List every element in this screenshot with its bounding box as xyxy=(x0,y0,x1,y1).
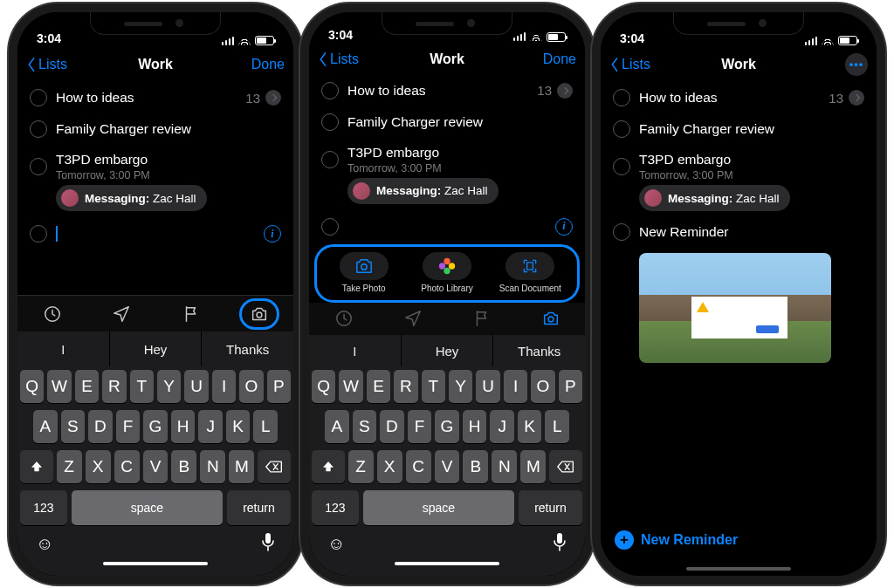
key-delete[interactable] xyxy=(258,450,291,483)
reminder-radio[interactable] xyxy=(30,120,47,138)
key-z[interactable]: Z xyxy=(348,450,374,483)
take-photo-action[interactable]: Take Photo xyxy=(326,252,402,293)
key-l[interactable]: L xyxy=(545,410,569,443)
photo-library-action[interactable]: Photo Library xyxy=(409,252,485,293)
key-x[interactable]: X xyxy=(86,450,111,483)
reminder-item[interactable]: Family Charger review xyxy=(601,113,877,145)
reminder-radio[interactable] xyxy=(321,151,339,168)
prediction[interactable]: I xyxy=(17,332,110,366)
reminder-radio[interactable] xyxy=(321,82,339,99)
key-o[interactable]: O xyxy=(239,370,263,403)
prediction[interactable]: Hey xyxy=(110,332,203,366)
key-r[interactable]: R xyxy=(394,370,417,403)
reminder-radio[interactable] xyxy=(30,158,47,175)
prediction[interactable]: I xyxy=(309,335,402,366)
key-h[interactable]: H xyxy=(463,410,487,443)
back-button[interactable]: Lists xyxy=(26,57,67,72)
more-button[interactable]: ••• xyxy=(845,53,868,76)
key-delete[interactable] xyxy=(549,450,582,483)
reminder-radio[interactable] xyxy=(30,89,47,106)
camera-button-selected[interactable] xyxy=(530,309,572,328)
disclosure-icon[interactable] xyxy=(849,90,864,106)
key-q[interactable]: Q xyxy=(312,370,335,403)
attached-image-thumbnail[interactable] xyxy=(639,253,831,363)
key-s[interactable]: S xyxy=(353,410,377,443)
reminder-item[interactable]: T3PD embargo Tomorrow, 3:00 PM xyxy=(309,138,585,176)
new-reminder-row[interactable]: i xyxy=(309,209,585,244)
key-u[interactable]: U xyxy=(476,370,499,403)
key-p[interactable]: P xyxy=(559,370,582,403)
key-return[interactable]: return xyxy=(227,490,291,525)
key-return[interactable]: return xyxy=(519,490,582,525)
key-k[interactable]: K xyxy=(226,410,251,443)
key-g[interactable]: G xyxy=(143,410,168,443)
reminder-item[interactable]: T3PD embargo Tomorrow, 3:00 PM xyxy=(17,145,293,183)
key-b[interactable]: B xyxy=(171,450,196,483)
done-button[interactable]: Done xyxy=(543,51,576,67)
key-space[interactable]: space xyxy=(72,490,223,525)
key-p[interactable]: P xyxy=(267,370,291,403)
key-s[interactable]: S xyxy=(61,410,86,443)
key-a[interactable]: A xyxy=(33,410,58,443)
key-y[interactable]: Y xyxy=(157,370,181,403)
flag-icon[interactable] xyxy=(170,304,212,324)
key-k[interactable]: K xyxy=(518,410,542,443)
emoji-button[interactable]: ☺ xyxy=(327,534,345,554)
key-i[interactable]: I xyxy=(504,370,527,403)
key-v[interactable]: V xyxy=(143,450,168,483)
prediction[interactable]: Thanks xyxy=(202,332,293,366)
key-y[interactable]: Y xyxy=(449,370,472,403)
key-f[interactable]: F xyxy=(116,410,141,443)
disclosure-icon[interactable] xyxy=(557,83,573,99)
reminder-item[interactable]: How to ideas 13 xyxy=(17,82,293,113)
key-c[interactable]: C xyxy=(114,450,140,483)
reminder-item[interactable]: Family Charger review xyxy=(17,113,293,145)
key-numbers[interactable]: 123 xyxy=(20,490,67,525)
reminder-radio[interactable] xyxy=(30,225,47,243)
emoji-button[interactable]: ☺ xyxy=(36,534,53,554)
key-h[interactable]: H xyxy=(171,410,196,443)
key-d[interactable]: D xyxy=(380,410,404,443)
key-j[interactable]: J xyxy=(490,410,514,443)
dictate-button[interactable] xyxy=(261,532,275,555)
home-indicator[interactable] xyxy=(686,567,791,571)
camera-button-highlighted[interactable] xyxy=(239,298,279,330)
key-e[interactable]: E xyxy=(367,370,390,403)
reminder-radio[interactable] xyxy=(321,218,339,236)
key-j[interactable]: J xyxy=(198,410,223,443)
key-n[interactable]: N xyxy=(200,450,225,483)
home-indicator[interactable] xyxy=(395,562,499,565)
reminder-radio[interactable] xyxy=(613,89,630,106)
key-a[interactable]: A xyxy=(325,410,349,443)
done-button[interactable]: Done xyxy=(251,57,285,72)
key-f[interactable]: F xyxy=(408,410,432,443)
dictate-button[interactable] xyxy=(553,532,567,555)
messaging-pill[interactable]: Messaging: Zac Hall xyxy=(347,178,499,204)
reminder-item[interactable]: How to ideas 13 xyxy=(309,75,585,106)
key-w[interactable]: W xyxy=(339,370,362,403)
back-button[interactable]: Lists xyxy=(318,51,359,67)
new-reminder-row[interactable]: i xyxy=(17,216,293,251)
prediction[interactable]: Thanks xyxy=(493,335,585,366)
key-v[interactable]: V xyxy=(435,450,460,483)
flag-icon[interactable] xyxy=(461,309,503,328)
new-reminder-button[interactable]: + New Reminder xyxy=(615,530,738,550)
key-g[interactable]: G xyxy=(435,410,459,443)
key-r[interactable]: R xyxy=(102,370,126,403)
key-w[interactable]: W xyxy=(47,370,71,403)
messaging-pill[interactable]: Messaging: Zac Hall xyxy=(639,185,790,211)
recent-icon[interactable] xyxy=(31,304,73,324)
reminder-radio[interactable] xyxy=(321,113,339,131)
key-z[interactable]: Z xyxy=(57,450,82,483)
info-button[interactable]: i xyxy=(264,225,281,243)
key-m[interactable]: M xyxy=(229,450,254,483)
location-icon[interactable] xyxy=(100,304,142,324)
location-icon[interactable] xyxy=(392,309,434,328)
reminder-radio[interactable] xyxy=(613,223,630,241)
key-m[interactable]: M xyxy=(520,450,546,483)
key-d[interactable]: D xyxy=(88,410,113,443)
messaging-pill[interactable]: Messaging: Zac Hall xyxy=(56,185,207,211)
reminder-item[interactable]: T3PD embargo Tomorrow, 3:00 PM xyxy=(601,145,877,183)
key-n[interactable]: N xyxy=(492,450,517,483)
key-x[interactable]: X xyxy=(377,450,402,483)
